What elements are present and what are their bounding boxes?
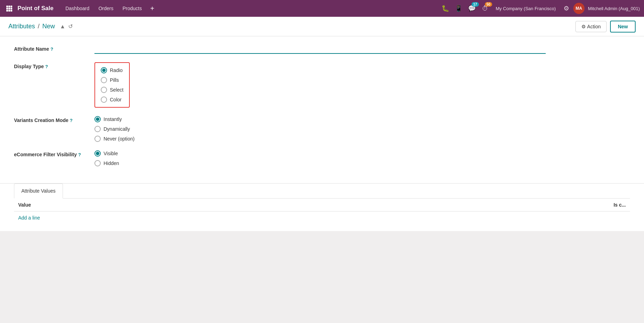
radio-label-color: Color [110, 97, 121, 102]
table-container: Value Is c... Add a line [0, 198, 644, 231]
top-menu: Dashboard Orders Products + [61, 3, 158, 14]
table-col-isc: Is c... [326, 199, 630, 211]
radio-label-visible: Visible [104, 151, 118, 156]
company-name: My Company (San Francisco) [496, 6, 556, 11]
svg-rect-0 [6, 6, 8, 7]
add-menu-button[interactable]: + [147, 3, 158, 14]
menu-item-orders[interactable]: Orders [94, 3, 118, 13]
radio-input-visible[interactable] [94, 150, 101, 157]
radio-input-pills[interactable] [101, 77, 107, 83]
ecommerce-help-icon[interactable]: ? [78, 152, 81, 157]
menu-item-dashboard[interactable]: Dashboard [61, 3, 94, 13]
radio-option-pills[interactable]: Pills [101, 77, 123, 83]
topnav-icons: 🐛 📱 💬 17 ⏱ 50 [440, 3, 491, 14]
grid-menu-icon[interactable] [4, 3, 14, 13]
tab-attribute-values[interactable]: Attribute Values [14, 184, 63, 199]
attribute-name-field [94, 45, 546, 54]
chat-icon-button[interactable]: 💬 17 [466, 3, 477, 14]
add-a-line-button[interactable]: Add a line [14, 211, 44, 224]
radio-input-never[interactable] [94, 136, 101, 142]
attribute-name-help-icon[interactable]: ? [50, 46, 53, 52]
attribute-name-label: Attribute Name ? [14, 45, 94, 52]
main-content: Attribute Name ? Display Type ? Radio [0, 36, 644, 231]
undo-icon[interactable]: ↺ [68, 23, 73, 30]
breadcrumb-current: New [42, 23, 55, 30]
breadcrumb-separator: / [38, 23, 40, 30]
radio-input-dynamically[interactable] [94, 126, 101, 132]
radio-input-instantly[interactable] [94, 116, 101, 122]
top-navigation: Point of Sale Dashboard Orders Products … [0, 0, 644, 17]
form-area: Attribute Name ? Display Type ? Radio [0, 36, 560, 183]
table-col-value: Value [14, 199, 326, 211]
display-type-box: Radio Pills Select Color [94, 62, 130, 108]
svg-rect-7 [8, 10, 10, 12]
display-type-label: Display Type ? [14, 62, 94, 69]
variants-help-icon[interactable]: ? [70, 118, 73, 123]
svg-rect-1 [8, 6, 10, 7]
ecommerce-filter-radio-group: Visible Hidden [94, 150, 546, 166]
display-type-field: Radio Pills Select Color [94, 62, 546, 108]
radio-input-select[interactable] [101, 87, 107, 93]
radio-option-dynamically[interactable]: Dynamically [94, 126, 546, 132]
breadcrumb-actions: ⚙ Action New [575, 21, 636, 33]
app-brand: Point of Sale [17, 5, 54, 12]
tabs-container: Attribute Values [0, 183, 644, 198]
radio-option-never[interactable]: Never (option) [94, 136, 546, 142]
menu-item-products[interactable]: Products [118, 3, 146, 13]
radio-input-radio[interactable] [101, 67, 107, 73]
variants-creation-row: Variants Creation Mode ? Instantly Dynam… [14, 116, 546, 142]
avatar[interactable]: MA [573, 3, 585, 14]
breadcrumb: Attributes / New ▲ ↺ [8, 23, 73, 30]
display-type-help-icon[interactable]: ? [45, 64, 48, 69]
svg-rect-5 [10, 8, 12, 9]
ecommerce-filter-field: Visible Hidden [94, 150, 546, 166]
variants-creation-radio-group: Instantly Dynamically Never (option) [94, 116, 546, 142]
breadcrumb-bar: Attributes / New ▲ ↺ ⚙ Action New [0, 17, 644, 36]
svg-rect-3 [6, 8, 8, 9]
radio-option-hidden[interactable]: Hidden [94, 160, 546, 166]
clock-badge: 50 [485, 2, 492, 7]
display-type-radio-group: Radio Pills Select Color [101, 67, 123, 103]
phone-icon-button[interactable]: 📱 [453, 3, 464, 14]
ecommerce-filter-row: eCommerce Filter Visibility ? Visible Hi… [14, 150, 546, 166]
radio-label-never: Never (option) [104, 136, 135, 142]
attribute-name-input[interactable] [94, 45, 546, 54]
clock-icon-button[interactable]: ⏱ 50 [480, 3, 491, 14]
display-type-row: Display Type ? Radio Pills [14, 62, 546, 108]
svg-rect-6 [6, 10, 8, 12]
settings-icon[interactable]: ⚙ [561, 3, 572, 14]
user-name[interactable]: Mitchell Admin (Aug_001) [588, 6, 640, 11]
radio-option-color[interactable]: Color [101, 96, 123, 103]
variants-creation-field: Instantly Dynamically Never (option) [94, 116, 546, 142]
action-button[interactable]: ⚙ Action [575, 21, 607, 32]
variants-creation-label: Variants Creation Mode ? [14, 116, 94, 123]
upload-icon[interactable]: ▲ [60, 23, 65, 30]
chat-badge: 17 [472, 2, 479, 7]
radio-input-color[interactable] [101, 96, 107, 103]
radio-label-radio: Radio [110, 67, 123, 73]
radio-label-dynamically: Dynamically [104, 126, 130, 132]
radio-label-instantly: Instantly [104, 116, 122, 122]
svg-rect-4 [8, 8, 10, 9]
attribute-values-table: Value Is c... [14, 198, 630, 211]
radio-option-radio[interactable]: Radio [101, 67, 123, 73]
radio-label-select: Select [110, 87, 123, 93]
radio-label-pills: Pills [110, 77, 119, 83]
bug-icon-button[interactable]: 🐛 [440, 3, 451, 14]
tabs: Attribute Values [14, 184, 630, 198]
radio-option-instantly[interactable]: Instantly [94, 116, 546, 122]
breadcrumb-parent[interactable]: Attributes [8, 23, 35, 30]
ecommerce-filter-label: eCommerce Filter Visibility ? [14, 150, 94, 157]
svg-rect-2 [10, 6, 12, 7]
radio-label-hidden: Hidden [104, 160, 119, 166]
radio-input-hidden[interactable] [94, 160, 101, 166]
attribute-name-row: Attribute Name ? [14, 45, 546, 54]
radio-option-visible[interactable]: Visible [94, 150, 546, 157]
new-button[interactable]: New [610, 21, 636, 33]
radio-option-select[interactable]: Select [101, 87, 123, 93]
svg-rect-8 [10, 10, 12, 12]
